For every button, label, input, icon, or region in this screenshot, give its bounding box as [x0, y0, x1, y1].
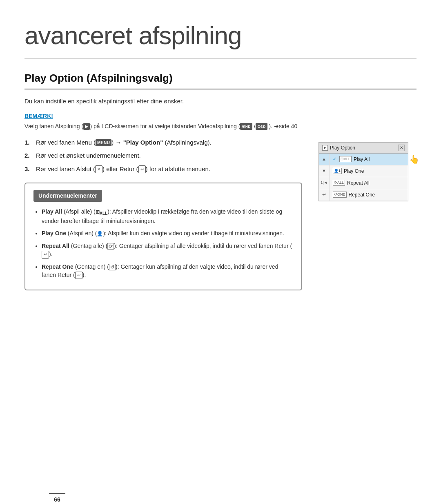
step-2-num: 2. — [24, 151, 33, 161]
play-one-label: Play One — [344, 167, 364, 175]
sd-icon: ⊙SD — [256, 123, 267, 130]
check-mark: ✓ — [333, 156, 336, 163]
step-2: 2. Rør ved et ønsket undermenuelement. — [24, 151, 302, 161]
play-all-label: Play All — [354, 156, 370, 163]
close-icon: ✕ — [95, 165, 102, 173]
submenu-item-play-one: Play One (Afspil en) (👤): Afspiller kun … — [42, 229, 293, 237]
repeat-all-icon: ⟳ALL — [333, 180, 345, 186]
step-3: 3. Rør ved fanen Afslut (✕) eller Retur … — [24, 165, 302, 174]
panel-row-play-one[interactable]: ▼ 👤1 Play One — [319, 165, 408, 177]
panel-nav-down[interactable]: ▼ — [319, 165, 330, 177]
panel-close-button[interactable]: ✕ — [398, 145, 405, 151]
play-one-icon: 👤1 — [333, 168, 342, 174]
menu-icon: MENU — [96, 139, 111, 146]
submenu-item-repeat-one: Repeat One (Gentag en) (↺): Gentager kun… — [42, 263, 293, 279]
panel-row-repeat-all[interactable]: 1|◄ ⟳ALL Repeat All — [319, 177, 408, 189]
ui-panel: ▶ Play Option ✕ ▲ ✓ ⊞ALL Play All 👆 — [318, 142, 408, 201]
panel-content-repeat-one: ↺ONE Repeat One — [330, 190, 408, 200]
step-1-text: Rør ved fanen Menu (MENU) → "Play Option… — [36, 138, 302, 147]
panel-header-left: ▶ Play Option — [322, 144, 355, 152]
panel-content-play-one: 👤1 Play One — [330, 166, 408, 176]
return-icon-2: ↩ — [42, 251, 49, 259]
main-content: 1. Rør ved fanen Menu (MENU) → "Play Opt… — [24, 138, 416, 291]
submenu-box: Undermenuelementer Play All (Afspil alle… — [24, 183, 302, 290]
page-title: avanceret afspilning — [24, 16, 416, 59]
step-1-num: 1. — [24, 138, 33, 147]
return-icon: ↩ — [138, 165, 146, 173]
submenu-item-play-all: Play All (Afspil alle) (⊞ALL): Afspiller… — [42, 207, 293, 225]
intro-text: Du kan indstille en specifik afspilnings… — [24, 97, 416, 106]
panel-play-icon: ▶ — [322, 145, 328, 151]
return-icon-3: ↩ — [75, 272, 82, 279]
note-text: Vælg fanen Afspilning (▶) på LCD-skærmen… — [24, 122, 416, 131]
step-1: 1. Rør ved fanen Menu (MENU) → "Play Opt… — [24, 138, 302, 147]
hd-icon: ⊙HD — [240, 123, 252, 130]
submenu-items: Play All (Afspil alle) (⊞ALL): Afspiller… — [33, 207, 293, 279]
repeat-one-label: Repeat One — [349, 191, 375, 198]
right-column: ▶ Play Option ✕ ▲ ✓ ⊞ALL Play All 👆 — [318, 142, 416, 201]
panel-nav-return[interactable]: ↩ — [319, 189, 330, 201]
panel-nav-up[interactable]: ▲ — [319, 154, 330, 165]
left-column: 1. Rør ved fanen Menu (MENU) → "Play Opt… — [24, 138, 302, 291]
repeat-one-icon: ↺ONE — [333, 192, 347, 198]
hand-pointer-icon: 👆 — [409, 153, 419, 165]
page-number: 66 — [49, 493, 65, 504]
submenu-title: Undermenuelementer — [33, 190, 102, 202]
afspilning-icon: ▶ — [83, 123, 90, 130]
panel-content-play-all: ✓ ⊞ALL Play All — [330, 154, 408, 164]
panel-header: ▶ Play Option ✕ — [319, 143, 408, 154]
steps-list: 1. Rør ved fanen Menu (MENU) → "Play Opt… — [24, 138, 302, 174]
panel-row-repeat-one[interactable]: ↩ ↺ONE Repeat One — [319, 189, 408, 201]
step-3-num: 3. — [24, 165, 33, 174]
panel-row-play-all[interactable]: ▲ ✓ ⊞ALL Play All 👆 — [319, 154, 408, 165]
panel-title: Play Option — [330, 144, 355, 152]
panel-nav-skip[interactable]: 1|◄ — [319, 177, 330, 189]
panel-content-repeat-all: ⟳ALL Repeat All — [330, 178, 408, 188]
step-3-text: Rør ved fanen Afslut (✕) eller Retur (↩)… — [36, 165, 302, 174]
step-2-text: Rør ved et ønsket undermenuelement. — [36, 151, 302, 161]
play-all-icon: ⊞ALL — [339, 156, 352, 163]
repeat-all-label: Repeat All — [347, 179, 370, 187]
section-title: Play Option (Afspilningsvalg) — [24, 70, 416, 89]
submenu-item-repeat-all: Repeat All (Gentag alle) (⟳): Gentager a… — [42, 242, 293, 259]
note-label: BEMÆRK! — [24, 112, 416, 120]
